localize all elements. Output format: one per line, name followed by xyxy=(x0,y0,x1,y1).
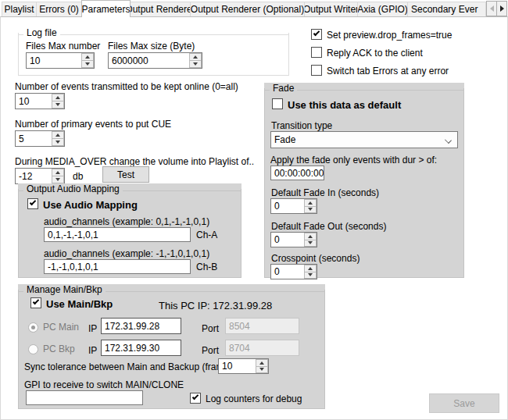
tab-strip: Playlist Errors (0) Parameters Output Re… xyxy=(0,0,508,17)
chb-input[interactable]: -1,-1,0,1,0,1 xyxy=(44,259,191,274)
tab-axia-gpio[interactable]: Axia (GPIO) xyxy=(357,2,408,17)
tab-secondary-events[interactable]: Secondary Ever xyxy=(407,2,486,17)
spin-down-icon[interactable] xyxy=(52,176,64,183)
fade-in-stepper[interactable]: 0 xyxy=(270,198,317,214)
transition-type-label: Transition type xyxy=(271,120,332,131)
media-over-db-spinner xyxy=(52,169,64,183)
tab-output-renderer-optional[interactable]: Output Renderer (Optional) xyxy=(190,2,305,17)
checkbox-box[interactable] xyxy=(272,98,283,109)
spin-down-icon[interactable] xyxy=(81,60,94,68)
events-online-stepper[interactable]: 10 xyxy=(15,93,65,109)
use-audio-mapping-checkbox[interactable]: Use Audio Mapping xyxy=(27,198,138,211)
cha-suffix-label: Ch-A xyxy=(196,230,217,240)
files-max-number-stepper[interactable]: 10 xyxy=(26,52,95,69)
files-max-size-stepper[interactable]: 6000000 xyxy=(108,52,202,69)
set-preview-drop-frames-checkbox[interactable]: Set preview.drop_frames=true xyxy=(311,29,452,41)
spin-down-icon[interactable] xyxy=(256,366,268,374)
use-data-default-checkbox[interactable]: Use this data as default xyxy=(272,98,401,111)
log-counters-checkbox[interactable]: Log counters for debug xyxy=(190,393,302,404)
pc-main-radio[interactable]: PC Main xyxy=(28,322,79,333)
sync-tolerance-stepper[interactable]: 10 xyxy=(218,358,269,374)
fade-out-value[interactable]: 0 xyxy=(271,233,304,247)
gpi-input[interactable] xyxy=(26,390,143,405)
pc-main-ip-input[interactable]: 172.31.99.28 xyxy=(101,318,181,334)
ip-label-bkp: IP xyxy=(88,345,97,356)
chb-hint-label: audio_channels (example: -1,-1,0,1,0,1) xyxy=(44,248,209,259)
tab-errors[interactable]: Errors (0) xyxy=(36,2,82,17)
checkbox-box[interactable] xyxy=(311,29,322,40)
spin-down-icon[interactable] xyxy=(304,206,317,214)
checkbox-label: Use this data as default xyxy=(288,99,401,111)
reply-ack-checkbox[interactable]: Reply ACK to the client xyxy=(311,47,423,59)
tab-scroll-buttons xyxy=(487,1,507,16)
chevron-down-icon xyxy=(445,137,452,144)
primary-cue-stepper[interactable]: 5 xyxy=(15,130,65,147)
check-icon xyxy=(313,30,320,36)
this-pc-ip-label: This PC IP: 172.31.99.28 xyxy=(159,300,272,311)
save-button[interactable]: Save xyxy=(429,393,499,413)
radio-dot-icon xyxy=(31,326,35,329)
fade-in-value[interactable]: 0 xyxy=(271,199,304,213)
pc-bkp-ip-input[interactable]: 172.31.99.30 xyxy=(101,340,181,356)
scroll-right-icon xyxy=(500,5,504,12)
output-audio-mapping-title: Output Audio Mapping xyxy=(23,183,123,194)
crosspoint-value[interactable]: 0 xyxy=(271,265,304,279)
transition-type-select[interactable]: Fade xyxy=(270,131,458,148)
media-over-label: During MEDIA_OVER change the volume into… xyxy=(15,156,254,167)
sync-tolerance-label: Sync tolerance between Main and Backup (… xyxy=(24,361,237,372)
tab-playlist[interactable]: Playlist xyxy=(2,2,37,17)
checkbox-box[interactable] xyxy=(190,393,201,404)
apply-fade-duration-input[interactable]: 00:00:00:00 xyxy=(270,166,324,180)
files-max-number-spinner xyxy=(81,53,94,68)
manage-main-bkp-title: Manage Main/Bkp xyxy=(23,284,106,295)
tab-output-renderer[interactable]: Output Renderer xyxy=(130,2,191,17)
apply-fade-label: Apply the fade only events with dur > of… xyxy=(270,155,437,166)
sync-tolerance-value[interactable]: 10 xyxy=(219,359,256,373)
gpi-label: GPI to receive to switch MAIN/CLONE xyxy=(24,379,184,390)
primary-cue-value[interactable]: 5 xyxy=(16,131,52,146)
tab-scroll-right-button[interactable] xyxy=(496,1,507,16)
media-over-db-value[interactable]: -12 xyxy=(16,169,52,183)
radio-circle[interactable] xyxy=(28,322,38,333)
radio-circle[interactable] xyxy=(28,344,38,354)
manage-main-bkp-panel: Manage Main/Bkp Use Main/Bkp This PC IP:… xyxy=(18,284,325,409)
spin-down-icon[interactable] xyxy=(304,240,317,247)
switch-tab-errors-checkbox[interactable]: Switch tab Errors at any error xyxy=(311,65,449,77)
checkbox-box[interactable] xyxy=(311,47,322,58)
spin-down-icon[interactable] xyxy=(52,138,64,146)
files-max-size-value[interactable]: 6000000 xyxy=(109,53,189,68)
events-online-label: Number of events transmitted to be kept … xyxy=(15,81,238,92)
tab-output-writer[interactable]: Output Writer xyxy=(304,2,358,17)
crosspoint-stepper[interactable]: 0 xyxy=(270,264,317,279)
tab-scroll-left-button[interactable] xyxy=(486,1,497,16)
check-icon xyxy=(33,298,39,304)
checkbox-box[interactable] xyxy=(30,297,41,308)
ip-label-main: IP xyxy=(88,323,97,334)
test-button[interactable]: Test xyxy=(102,166,149,183)
transition-type-value: Fade xyxy=(274,134,295,145)
primary-cue-spinner xyxy=(52,131,64,146)
check-icon xyxy=(30,199,36,205)
cha-input[interactable]: 0,1,-1,-1,0,1 xyxy=(44,227,191,242)
tab-parameters[interactable]: Parameters xyxy=(81,0,131,17)
checkbox-box[interactable] xyxy=(27,198,38,209)
log-file-groupbox-title: Log file xyxy=(23,27,60,38)
events-online-value[interactable]: 10 xyxy=(16,94,52,109)
pc-bkp-radio[interactable]: PC Bkp xyxy=(28,343,75,354)
spin-down-icon[interactable] xyxy=(189,60,202,68)
spin-down-icon[interactable] xyxy=(52,101,64,109)
checkbox-label: Log counters for debug xyxy=(206,393,302,404)
checkbox-label: Set preview.drop_frames=true xyxy=(327,30,452,41)
files-max-number-value[interactable]: 10 xyxy=(27,53,81,68)
media-over-db-stepper[interactable]: -12 xyxy=(15,168,65,184)
fade-out-spinner xyxy=(304,233,317,247)
use-main-bkp-checkbox[interactable]: Use Main/Bkp xyxy=(30,297,113,310)
parameters-tab-page: Log file Files Max number 10 Files Max s… xyxy=(0,16,508,420)
spin-down-icon[interactable] xyxy=(304,272,317,279)
checkbox-label: Switch tab Errors at any error xyxy=(327,66,449,77)
checkbox-box[interactable] xyxy=(311,65,322,76)
fade-out-stepper[interactable]: 0 xyxy=(270,232,317,247)
port-label-main: Port xyxy=(202,323,219,334)
crosspoint-spinner xyxy=(304,265,317,279)
fade-groupbox: Fade xyxy=(264,83,464,278)
